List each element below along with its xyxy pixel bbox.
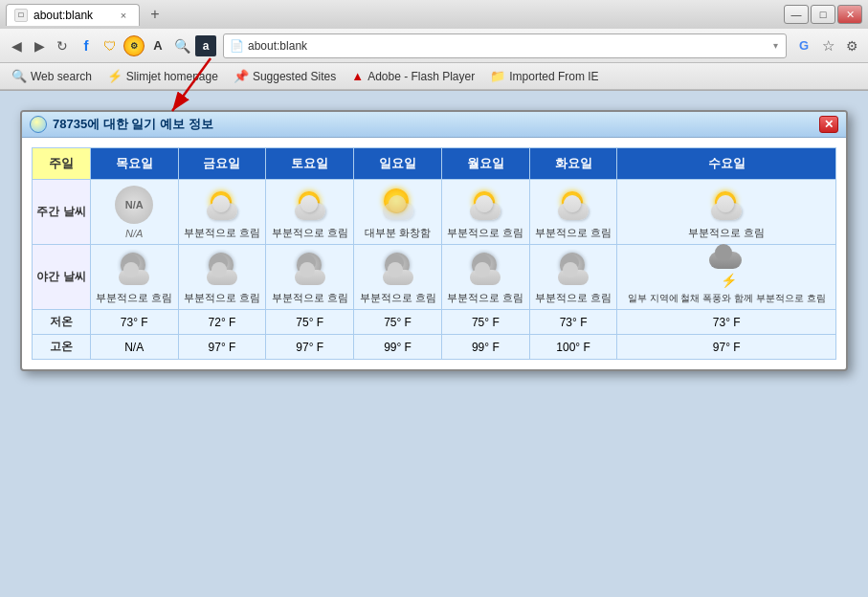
bookmark-web-search-label: Web search bbox=[31, 70, 92, 83]
dialog-close-button[interactable]: ✕ bbox=[819, 116, 838, 133]
low-temp-1: 73° F bbox=[90, 310, 178, 335]
bookmark-web-search[interactable]: 🔍 Web search bbox=[6, 67, 98, 85]
bookmark-suggested-sites-label: Suggested Sites bbox=[253, 70, 336, 83]
day-weather-7: 부분적으로 흐림 bbox=[617, 180, 836, 245]
low-temp-4: 75° F bbox=[354, 310, 442, 335]
night-icon-2 bbox=[203, 249, 241, 287]
storm-icon-7: ⚡ bbox=[707, 250, 746, 288]
bookmark-suggested-sites[interactable]: 📌 Suggested Sites bbox=[228, 67, 342, 85]
back-button[interactable]: ◀ bbox=[6, 35, 27, 56]
content-area: 78735에 대한 일기 예보 정보 ✕ 주일 목요일 금요일 토요일 일요일 … bbox=[0, 91, 868, 597]
translate-icon[interactable]: A bbox=[147, 35, 168, 56]
night-icon-6 bbox=[554, 249, 592, 287]
minimize-button[interactable]: — bbox=[784, 5, 809, 24]
night-weather-text-4: 부분적으로 흐림 bbox=[356, 291, 439, 305]
sun-cloud-icon-5 bbox=[466, 184, 504, 222]
close-window-button[interactable]: ✕ bbox=[837, 5, 862, 24]
bookmark-adobe-flash-label: Adobe - Flash Player bbox=[367, 70, 475, 83]
settings-icon[interactable]: ⚙ bbox=[841, 35, 862, 56]
lightning-icon: ⚡ bbox=[721, 273, 737, 288]
new-tab-button[interactable]: + bbox=[144, 3, 167, 26]
day-weather-3: 부분적으로 흐림 bbox=[266, 180, 354, 245]
night-weather-2: 부분적으로 흐림 bbox=[178, 245, 266, 310]
night-icon-3 bbox=[291, 249, 329, 287]
bookmark-slimjet[interactable]: ⚡ Slimjet homepage bbox=[101, 67, 224, 85]
low-temp-5: 75° F bbox=[441, 310, 529, 335]
address-bar-container[interactable]: 📄 ▾ bbox=[223, 33, 787, 58]
night-weather-text-5: 부분적으로 흐림 bbox=[444, 291, 527, 305]
nav-buttons: ◀ ▶ ↻ bbox=[6, 35, 73, 56]
magnifier-icon[interactable]: 🔍 bbox=[171, 35, 192, 56]
address-dropdown-icon[interactable]: ▾ bbox=[771, 40, 780, 51]
maximize-button[interactable]: □ bbox=[811, 5, 835, 24]
col-header-7: 수요일 bbox=[617, 148, 836, 180]
night-weather-4: 부분적으로 흐림 bbox=[354, 245, 442, 310]
high-temp-6: 100° F bbox=[529, 335, 617, 360]
night-weather-1: 부분적으로 흐림 bbox=[90, 245, 178, 310]
night-icon-1 bbox=[115, 249, 153, 287]
refresh-button[interactable]: ↻ bbox=[52, 35, 73, 56]
ie-folder-icon: 📁 bbox=[490, 69, 505, 83]
bookmark-slimjet-label: Slimjet homepage bbox=[126, 70, 218, 83]
night-weather-text-1: 부분적으로 흐림 bbox=[93, 291, 176, 305]
high-temp-5: 99° F bbox=[441, 335, 529, 360]
address-page-icon: 📄 bbox=[230, 39, 244, 53]
web-search-icon: 🔍 bbox=[11, 69, 27, 83]
sun-cloud-icon-2 bbox=[203, 184, 241, 222]
night-weather-text-6: 부분적으로 흐림 bbox=[532, 291, 615, 305]
night-icon-4 bbox=[379, 249, 417, 287]
col-header-3: 토요일 bbox=[266, 148, 354, 180]
forward-button[interactable]: ▶ bbox=[29, 35, 50, 56]
night-weather-text-3: 부분적으로 흐림 bbox=[268, 291, 351, 305]
low-temp-7: 73° F bbox=[617, 310, 836, 335]
night-weather-3: 부분적으로 흐림 bbox=[266, 245, 354, 310]
low-temp-6: 73° F bbox=[529, 310, 617, 335]
row-label-night-weather: 야간 날씨 bbox=[33, 245, 91, 310]
day-weather-text-4: 대부분 화창함 bbox=[356, 226, 439, 240]
weather-app-icon bbox=[30, 116, 47, 133]
day-weather-text-7: 부분적으로 흐림 bbox=[619, 226, 834, 240]
amazon-icon[interactable]: a bbox=[195, 35, 216, 56]
day-weather-text-5: 부분적으로 흐림 bbox=[444, 226, 527, 240]
bookmark-adobe-flash[interactable]: ▲ Adobe - Flash Player bbox=[345, 67, 480, 85]
active-tab[interactable]: □ about:blank × bbox=[6, 4, 140, 26]
title-bar: □ about:blank × + — □ ✕ bbox=[0, 0, 868, 29]
tab-title: about:blank bbox=[33, 9, 93, 22]
night-weather-7: ⚡ 일부 지역에 철채 폭풍와 함께 부분적으로 흐림 bbox=[617, 245, 836, 310]
adobe-icon: ▲ bbox=[351, 69, 364, 83]
col-header-2: 금요일 bbox=[178, 148, 266, 180]
slimjet-icon: ⚡ bbox=[107, 69, 122, 83]
address-input[interactable] bbox=[248, 39, 771, 53]
dialog-title: 78735에 대한 일기 예보 정보 bbox=[53, 116, 213, 133]
day-weather-text-6: 부분적으로 흐림 bbox=[532, 226, 615, 240]
weather-table-container: 주일 목요일 금요일 토요일 일요일 월요일 화요일 수요일 주간 날씨 bbox=[22, 138, 846, 369]
star-icon[interactable]: ☆ bbox=[817, 35, 838, 56]
night-weather-6: 부분적으로 흐림 bbox=[529, 245, 617, 310]
facebook-icon[interactable]: f bbox=[76, 35, 97, 56]
weather-dialog: 78735에 대한 일기 예보 정보 ✕ 주일 목요일 금요일 토요일 일요일 … bbox=[20, 110, 848, 371]
right-icons: G ☆ ⚙ bbox=[793, 35, 862, 56]
shield-icon[interactable]: 🛡 bbox=[100, 35, 121, 56]
night-weather-text-2: 부분적으로 흐림 bbox=[181, 291, 264, 305]
col-header-6: 화요일 bbox=[529, 148, 617, 180]
browser-chrome: □ about:blank × + — □ ✕ ◀ ▶ ↻ f 🛡 ⚙ A 🔍 … bbox=[0, 0, 868, 91]
night-weather-text-7: 일부 지역에 철채 폭풍와 함께 부분적으로 흐림 bbox=[619, 292, 834, 305]
row-label-high: 고온 bbox=[33, 335, 91, 360]
window-controls: — □ ✕ bbox=[784, 5, 862, 24]
tab-close-button[interactable]: × bbox=[116, 8, 131, 23]
high-temp-1: N/A bbox=[90, 335, 178, 360]
day-weather-1: N/A N/A bbox=[90, 180, 178, 245]
bookmark-imported-ie[interactable]: 📁 Imported From IE bbox=[484, 67, 604, 85]
suggested-sites-icon: 📌 bbox=[234, 69, 249, 83]
day-weather-5: 부분적으로 흐림 bbox=[441, 180, 529, 245]
google-search-icon[interactable]: G bbox=[793, 35, 814, 56]
day-weather-text-3: 부분적으로 흐림 bbox=[268, 226, 351, 240]
sun-cloud-icon-4 bbox=[379, 184, 417, 222]
bookmark-imported-ie-label: Imported From IE bbox=[509, 70, 598, 83]
row-label-low: 저온 bbox=[33, 310, 91, 335]
col-header-1: 목요일 bbox=[90, 148, 178, 180]
col-header-0: 주일 bbox=[33, 148, 91, 180]
tab-favicon: □ bbox=[14, 9, 28, 22]
plugin-icon[interactable]: ⚙ bbox=[123, 35, 145, 56]
sun-cloud-icon-6 bbox=[554, 184, 592, 222]
